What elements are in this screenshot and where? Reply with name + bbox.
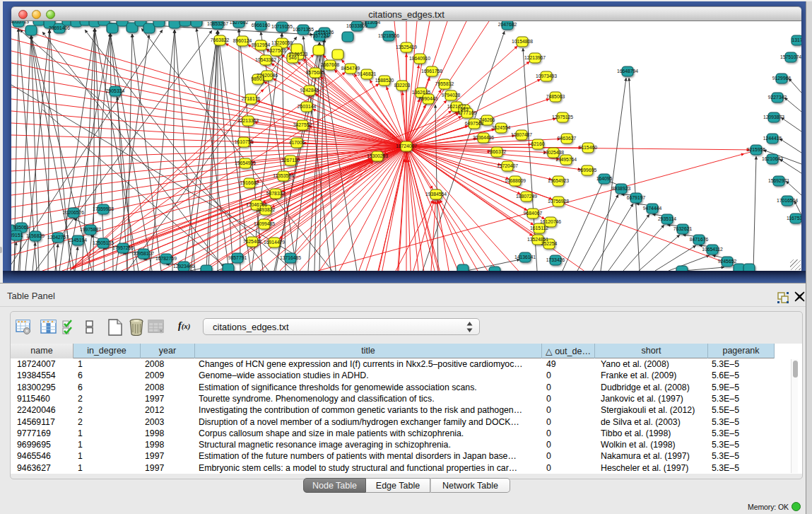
svg-text:1362615: 1362615 — [412, 90, 431, 95]
svg-text:17046766: 17046766 — [246, 202, 267, 207]
svg-text:11353594: 11353594 — [273, 173, 294, 178]
svg-text:7357224: 7357224 — [310, 33, 329, 38]
svg-text:7866372: 7866372 — [488, 149, 507, 154]
svg-text:7485063: 7485063 — [546, 94, 565, 99]
svg-text:1527602: 1527602 — [230, 21, 249, 25]
svg-text:8471676: 8471676 — [690, 237, 709, 242]
svg-text:2718176: 2718176 — [242, 96, 261, 101]
svg-text:1156829: 1156829 — [26, 233, 45, 238]
svg-text:12975125: 12975125 — [552, 115, 573, 119]
svg-text:10543362: 10543362 — [255, 57, 276, 62]
svg-text:10654112: 10654112 — [702, 247, 723, 252]
svg-text:62160: 62160 — [531, 141, 545, 146]
svg-text:16782759: 16782759 — [155, 256, 177, 261]
svg-text:3215955: 3215955 — [747, 147, 766, 152]
svg-text:13495764: 13495764 — [555, 157, 577, 162]
svg-text:9463627: 9463627 — [558, 136, 577, 141]
svg-text:12093873: 12093873 — [763, 115, 784, 119]
svg-text:2047682: 2047682 — [498, 22, 517, 27]
svg-text:10719155: 10719155 — [271, 24, 293, 29]
svg-text:10025438: 10025438 — [543, 150, 564, 155]
svg-text:15751074: 15751074 — [780, 54, 801, 59]
svg-text:2935114: 2935114 — [658, 216, 676, 221]
svg-text:16210643: 16210643 — [762, 156, 783, 161]
svg-text:16961758: 16961758 — [421, 69, 442, 74]
svg-text:3267110: 3267110 — [281, 158, 300, 163]
svg-text:2905334: 2905334 — [106, 88, 125, 93]
svg-text:8813054: 8813054 — [362, 21, 381, 25]
svg-text:9227342: 9227342 — [768, 95, 787, 100]
svg-text:18807249: 18807249 — [516, 194, 537, 199]
svg-text:13525419: 13525419 — [396, 45, 417, 49]
svg-text:935061: 935061 — [13, 225, 30, 230]
svg-text:8912954: 8912954 — [252, 42, 271, 47]
svg-text:9245652: 9245652 — [718, 259, 737, 264]
svg-text:3624554: 3624554 — [492, 125, 511, 130]
svg-text:6966160: 6966160 — [252, 23, 271, 28]
svg-text:10671355: 10671355 — [293, 27, 314, 32]
svg-text:10154808: 10154808 — [512, 39, 533, 44]
svg-text:17359938: 17359938 — [93, 206, 114, 211]
svg-text:12042757: 12042757 — [47, 235, 69, 240]
svg-text:1145194: 1145194 — [69, 238, 87, 243]
svg-text:8938923: 8938923 — [612, 186, 631, 191]
svg-text:12505135: 12505135 — [93, 240, 114, 245]
svg-text:15720407: 15720407 — [497, 163, 518, 168]
svg-text:12923446: 12923446 — [173, 264, 194, 269]
svg-text:9474444: 9474444 — [643, 206, 662, 211]
svg-text:8990443: 8990443 — [419, 96, 438, 101]
svg-text:10688609: 10688609 — [505, 178, 526, 183]
svg-text:10853267: 10853267 — [207, 21, 228, 26]
svg-text:252254: 252254 — [541, 241, 558, 246]
svg-text:3493822: 3493822 — [257, 207, 276, 212]
svg-text:16120746: 16120746 — [540, 219, 561, 224]
svg-text:9857791: 9857791 — [228, 255, 247, 260]
svg-text:9684067: 9684067 — [524, 211, 543, 216]
svg-text:20364436: 20364436 — [473, 135, 494, 140]
svg-text:17016504: 17016504 — [777, 198, 798, 203]
svg-text:6679197: 6679197 — [627, 195, 646, 200]
svg-text:9242848: 9242848 — [300, 88, 319, 93]
svg-text:10958107: 10958107 — [133, 251, 154, 256]
svg-text:546: 546 — [288, 55, 297, 60]
svg-text:18640910: 18640910 — [409, 56, 430, 61]
svg-text:832203: 832203 — [394, 83, 411, 88]
svg-text:10807487: 10807487 — [511, 132, 532, 137]
svg-text:1244415: 1244415 — [763, 136, 782, 141]
svg-text:8960124: 8960124 — [233, 38, 252, 43]
svg-text:98901: 98901 — [252, 76, 265, 81]
svg-text:1615112: 1615112 — [530, 226, 548, 230]
svg-text:16648794: 16648794 — [617, 69, 638, 74]
svg-text:2603144: 2603144 — [298, 104, 317, 109]
svg-text:20691406: 20691406 — [49, 25, 70, 30]
svg-text:8575685: 8575685 — [306, 70, 325, 75]
svg-text:164095: 164095 — [596, 176, 613, 181]
svg-text:19654923: 19654923 — [548, 178, 569, 183]
svg-text:19975887: 19975887 — [80, 227, 101, 232]
svg-text:7663822: 7663822 — [211, 37, 230, 42]
svg-text:6497568: 6497568 — [465, 121, 484, 126]
svg-text:9129966: 9129966 — [772, 76, 792, 81]
svg-text:18724007: 18724007 — [396, 144, 417, 148]
svg-text:12213967: 12213967 — [524, 55, 546, 60]
svg-text:13226058: 13226058 — [271, 40, 293, 45]
svg-text:1610755: 1610755 — [235, 139, 254, 144]
svg-text:14136141: 14136141 — [514, 255, 536, 259]
svg-text:10756928: 10756928 — [548, 199, 569, 204]
svg-text:24055713: 24055713 — [11, 21, 29, 24]
svg-text:5878332: 5878332 — [266, 191, 286, 196]
svg-text:19218506: 19218506 — [378, 33, 399, 38]
svg-text:9699695: 9699695 — [578, 168, 597, 173]
svg-text:9115460: 9115460 — [579, 145, 597, 150]
svg-text:13716485: 13716485 — [280, 255, 301, 260]
svg-text:14099485: 14099485 — [254, 221, 275, 226]
svg-text:15692971: 15692971 — [768, 178, 789, 183]
svg-text:39151: 39151 — [11, 233, 23, 238]
svg-text:20206576: 20206576 — [63, 210, 84, 215]
svg-text:3427552: 3427552 — [293, 122, 312, 127]
svg-text:9146821: 9146821 — [358, 71, 377, 76]
svg-text:8454749: 8454749 — [341, 66, 360, 71]
svg-text:7955812: 7955812 — [435, 81, 454, 86]
svg-text:1317: 1317 — [792, 37, 801, 42]
svg-text:19654935: 19654935 — [235, 160, 256, 165]
